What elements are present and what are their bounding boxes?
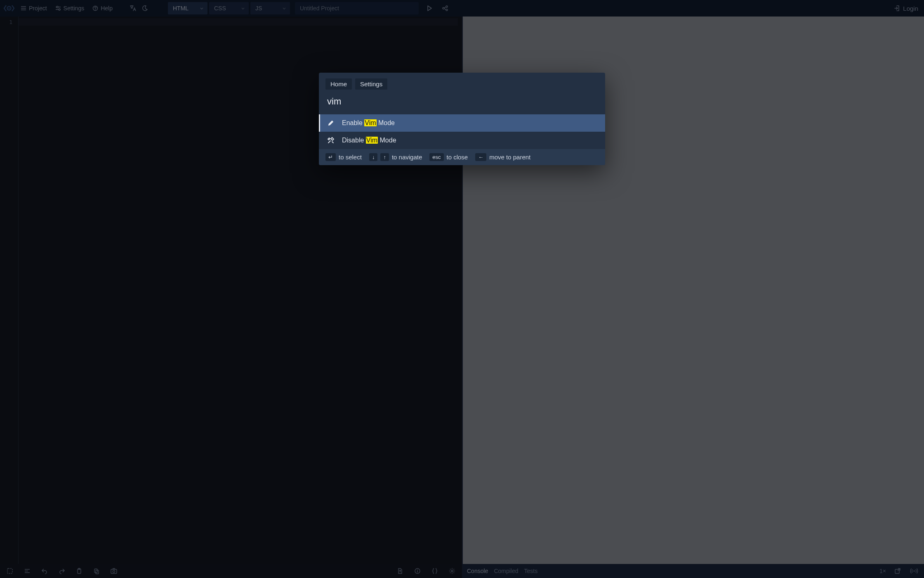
esc-key: esc bbox=[429, 153, 443, 161]
palette-search-input[interactable] bbox=[327, 96, 597, 107]
result-label: Disable Vim Mode bbox=[342, 137, 396, 144]
result-label: Enable Vim Mode bbox=[342, 119, 395, 127]
result-enable-vim[interactable]: Enable Vim Mode bbox=[319, 114, 605, 132]
left-key-icon: ← bbox=[475, 153, 486, 161]
command-palette: Home Settings Enable Vim Mode Disable Vi… bbox=[319, 73, 605, 165]
pencil-icon bbox=[326, 119, 335, 127]
palette-results: Enable Vim Mode Disable Vim Mode bbox=[319, 114, 605, 149]
crumb-home[interactable]: Home bbox=[325, 78, 352, 90]
palette-hints: ↵to select ↓↑to navigate escto close ←mo… bbox=[319, 149, 605, 165]
hint-select: to select bbox=[339, 154, 362, 161]
palette-breadcrumbs: Home Settings bbox=[319, 73, 605, 92]
up-key-icon: ↑ bbox=[380, 153, 389, 161]
hint-navigate: to navigate bbox=[392, 154, 422, 161]
result-disable-vim[interactable]: Disable Vim Mode bbox=[319, 132, 605, 149]
hint-close: to close bbox=[447, 154, 468, 161]
modal-overlay[interactable]: Home Settings Enable Vim Mode Disable Vi… bbox=[0, 0, 924, 578]
crumb-settings[interactable]: Settings bbox=[355, 78, 387, 90]
down-key-icon: ↓ bbox=[369, 153, 378, 161]
hint-parent: move to parent bbox=[489, 154, 530, 161]
tools-icon bbox=[326, 137, 335, 144]
enter-key-icon: ↵ bbox=[325, 153, 336, 161]
